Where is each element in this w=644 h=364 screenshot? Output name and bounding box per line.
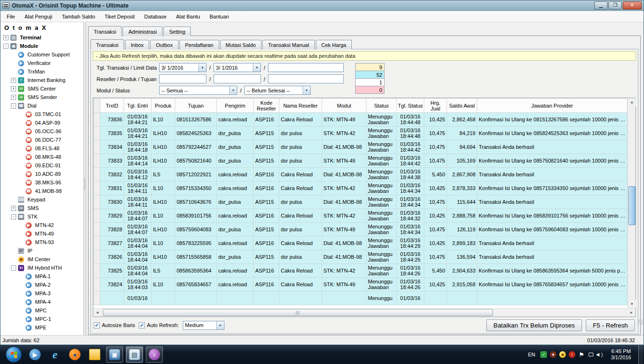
tree-item-03-tmc-01[interactable]: ☎03.TMC-01 — [0, 110, 83, 118]
col-header-pengirim[interactable]: Pengirim — [217, 99, 254, 113]
table-row[interactable]: 7382901/03/16 18:44:07IL10085839101756ca… — [94, 209, 627, 223]
flag-icon[interactable]: ⚑ — [578, 351, 585, 358]
tree-item-mtn-42[interactable]: ▶MTN-42 — [0, 221, 83, 229]
col-header-kode-reseller[interactable]: Kode Reseller — [254, 99, 279, 113]
alert-icon[interactable]: ! — [569, 351, 575, 358]
chevron-down-icon[interactable]: ▼ — [303, 86, 310, 94]
tab-transaksi[interactable]: Transaksi — [88, 26, 122, 36]
scroll-left-icon[interactable]: ◄ — [93, 309, 101, 317]
auto-refresh-checkbox[interactable]: ✔ Auto Refresh: — [139, 322, 179, 328]
subtab-transaksi-manual[interactable]: Transaksi Manual — [262, 40, 314, 49]
refresh-speed-select[interactable]: Medium ▼ — [183, 321, 224, 330]
row-selector-header[interactable] — [94, 99, 100, 113]
tree-item-im-center[interactable]: ☻IM Center — [0, 255, 83, 264]
explorer-icon[interactable] — [86, 346, 103, 363]
chevron-down-icon[interactable]: ▼ — [229, 86, 237, 94]
expand-plus-icon[interactable]: + — [11, 95, 16, 100]
tree-item-sms-center[interactable]: +✉SMS Center — [0, 84, 83, 93]
limit-data-field[interactable] — [268, 63, 344, 72]
tree-item-dial[interactable]: -☎Dial — [0, 101, 83, 110]
tree-item-keypad[interactable]: ⌨Keypad — [0, 195, 83, 204]
minimize-button[interactable]: ▁ — [594, 1, 608, 9]
tree-item-trxman[interactable]: ▶TrxMan — [0, 67, 83, 76]
internet-explorer-icon[interactable]: e — [46, 346, 63, 363]
firefox-icon[interactable]: ● — [66, 346, 83, 363]
col-header-tujuan[interactable]: Tujuan — [175, 99, 217, 113]
tree-item-mpa-1[interactable]: ▶MPA-1 — [0, 272, 83, 281]
tree-item-mpe[interactable]: ▶MPE — [0, 323, 83, 332]
vertical-scrollbar[interactable]: ▲ ▼ — [627, 98, 635, 308]
calendar-dropdown-icon[interactable]: ▼ — [198, 64, 206, 72]
menu-item-bantuan[interactable]: Bantuan — [205, 12, 233, 21]
tree-item-05-occ-96[interactable]: ☎05.OCC-96 — [0, 127, 83, 136]
date-to-picker[interactable]: 3/ 1/2016 ▼ — [214, 63, 261, 72]
sidebar-splitter[interactable] — [84, 22, 86, 335]
col-header-trxid[interactable]: TrxID — [100, 99, 124, 113]
tree-item-06-ddc-77[interactable]: ☎06.DDC-77 — [0, 136, 83, 144]
batalkan-trx-button[interactable]: Batalkan Trx Belum Diproses — [486, 319, 582, 331]
expand-plus-icon[interactable]: + — [3, 35, 9, 40]
resize-grip[interactable] — [637, 319, 643, 325]
table-row[interactable]: 7383501/03/16 18:44:21ILH10085824525363d… — [94, 127, 627, 140]
tree-item-04-asp-99[interactable]: ☎04.ASP-99 — [0, 118, 83, 127]
start-button[interactable] — [6, 346, 22, 363]
menu-item-database[interactable]: Database — [140, 12, 171, 21]
produk-input[interactable] — [214, 75, 260, 83]
vertical-scroll-thumb[interactable] — [628, 186, 635, 225]
status-select[interactable]: -- Belum Selesai -- ▼ — [244, 86, 311, 95]
table-row[interactable]: 7382501/03/16 18:44:04IL5085863595364cak… — [94, 264, 627, 278]
chevron-down-icon[interactable]: ▼ — [216, 321, 224, 329]
menu-item-tiket-deposit[interactable]: Tiket Deposit — [100, 12, 140, 21]
tree-item-08-mks-48[interactable]: ☎08.MKS-48 — [0, 153, 83, 161]
collapse-minus-icon[interactable]: - — [11, 103, 16, 109]
col-header-status[interactable]: Status — [367, 99, 397, 113]
scroll-up-icon[interactable]: ▲ — [628, 98, 636, 106]
close-button[interactable]: ✕ — [623, 1, 642, 9]
tree-item-internet-banking[interactable]: +⚡Internet Banking — [0, 76, 83, 84]
menu-item-alat-penguji[interactable]: Alat Penguji — [20, 12, 57, 21]
modul-select[interactable]: -- Semua -- ▼ — [159, 86, 237, 95]
otomax-icon[interactable]: ▤ — [126, 346, 143, 363]
table-row[interactable]: 7382401/03/16 18:44:03IL10085765834657ca… — [94, 278, 627, 291]
scroll-down-icon[interactable]: ▼ — [628, 300, 636, 308]
autosize-baris-checkbox[interactable]: ✔ Autosize Baris — [94, 322, 135, 328]
scroll-right-icon[interactable]: ► — [627, 309, 635, 317]
tujuan-field[interactable] — [268, 74, 344, 83]
tree-item-ip[interactable]: IPIP — [0, 246, 83, 255]
tree-item-09-edc-91[interactable]: ☎09.EDC-91 — [0, 161, 83, 170]
col-header-tgl-status[interactable]: Tgl. Status — [397, 99, 424, 113]
expand-plus-icon[interactable]: + — [11, 206, 16, 211]
maximize-button[interactable]: ❐ — [608, 1, 622, 9]
collapse-minus-icon[interactable]: - — [11, 214, 16, 219]
tree-item-mpc[interactable]: ▶MPC — [0, 306, 83, 315]
col-header-hrg-jual[interactable]: Hrg. Jual — [424, 99, 447, 113]
date-from-picker[interactable]: 3/ 1/2016 ▼ — [159, 63, 206, 72]
table-row[interactable]: 7383001/03/16 18:44:11ILH10085710643676d… — [94, 195, 627, 209]
tree-item-module[interactable]: -▣Module — [0, 42, 83, 50]
tab-setting[interactable]: Setting — [163, 27, 191, 36]
table-row[interactable]: 7383401/03/16 18:44:18ILH10085792244527d… — [94, 140, 627, 154]
produk-field[interactable] — [214, 74, 261, 83]
tree-item-mpa-3[interactable]: ▶MPA-3 — [0, 289, 83, 298]
tree-item-41-mob-98[interactable]: ☎41.MOB-98 — [0, 187, 83, 195]
tree-item-mtn-49[interactable]: ▶MTN-49 — [0, 229, 83, 238]
collapse-minus-icon[interactable]: - — [3, 44, 9, 49]
media-player-icon[interactable]: ▶ — [27, 346, 44, 363]
tree-item-verificator[interactable]: ▶Verificator — [0, 59, 83, 67]
media-app-icon[interactable]: ♪ — [146, 346, 163, 363]
subtab-transaksi[interactable]: Transaksi — [90, 39, 124, 49]
tujuan-input[interactable] — [268, 75, 343, 83]
horizontal-scrollbar[interactable]: ◄ ► — [93, 308, 635, 317]
virtualbox-icon[interactable]: ▣ — [106, 346, 123, 363]
col-header-produk[interactable]: Produk — [152, 99, 175, 113]
tree-item-08-fls-48[interactable]: ☎08.FLS-48 — [0, 144, 83, 153]
collapse-minus-icon[interactable]: - — [11, 265, 16, 271]
taskbar-clock[interactable]: 6:45 PM 3/1/2016 — [607, 348, 635, 361]
table-row[interactable]: 7382701/03/16 18:44:04IL10085783225595ca… — [94, 237, 627, 250]
table-row[interactable]: 7383601/03/16 18:44:21IL10081513267586ca… — [94, 113, 627, 127]
network-icon[interactable] — [588, 351, 594, 358]
tree-item-stk[interactable]: -☎STK — [0, 212, 83, 221]
reseller-field[interactable] — [159, 74, 206, 83]
tree-item-terminal[interactable]: +▤Terminal — [0, 33, 83, 42]
col-header-tgl-entri[interactable]: Tgl. Entri — [124, 99, 152, 113]
